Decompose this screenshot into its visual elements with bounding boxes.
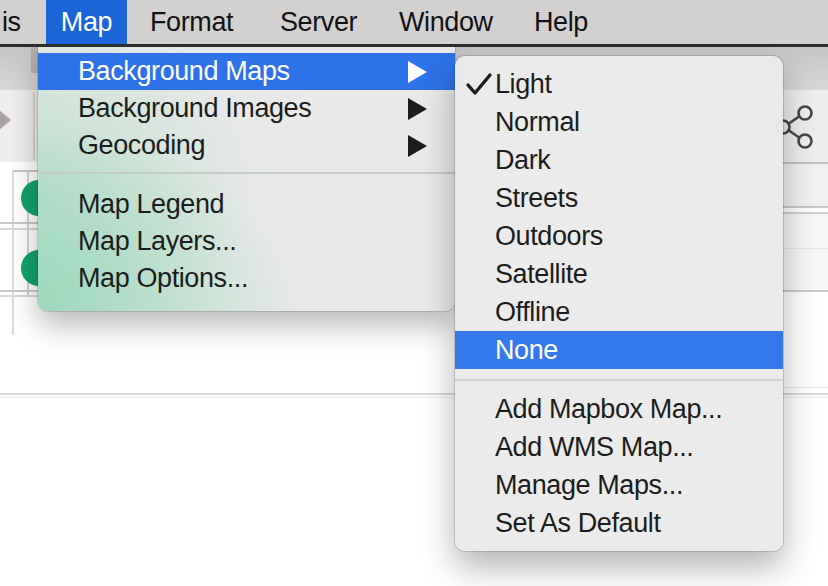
worksheet-row	[783, 214, 828, 290]
submenu-item-label: Offline	[495, 297, 570, 327]
submenu-item-add-wms-map[interactable]: Add WMS Map...	[455, 428, 783, 466]
grid-line	[0, 222, 38, 224]
screen: is Map Format Server Window Help Backgro…	[0, 0, 828, 586]
submenu-item-label: Satellite	[495, 259, 587, 289]
menubar-item-format[interactable]: Format	[150, 0, 233, 44]
grid-line	[783, 290, 828, 292]
menu-item-background-images[interactable]: Background Images	[38, 90, 455, 127]
worksheet-row	[783, 164, 828, 206]
menu-item-label: Map Options...	[78, 263, 248, 293]
submenu-separator	[455, 379, 783, 381]
menu-item-background-maps[interactable]: Background Maps	[38, 53, 455, 90]
menubar-item-help[interactable]: Help	[534, 0, 588, 44]
submenu-item-label: Outdoors	[495, 221, 603, 251]
submenu-item-streets[interactable]: Streets	[455, 179, 783, 217]
menubar-bottom-border	[0, 44, 828, 47]
grid-line	[12, 170, 14, 335]
menu-item-label: Map Legend	[78, 189, 224, 219]
menu-item-label: Background Images	[78, 93, 311, 123]
menu-item-label: Background Maps	[78, 56, 290, 86]
submenu-item-label: Manage Maps...	[495, 470, 683, 500]
submenu-item-light[interactable]: Light	[455, 65, 783, 103]
menubar-item-server[interactable]: Server	[280, 0, 357, 44]
grid-line	[783, 387, 828, 388]
menu-separator	[38, 172, 455, 174]
grid-line	[0, 295, 38, 297]
menubar: is Map Format Server Window Help	[0, 0, 828, 44]
submenu-arrow-icon	[408, 98, 427, 120]
grid-line	[0, 290, 38, 292]
submenu-item-label: Add WMS Map...	[495, 432, 693, 462]
checkmark-icon	[464, 71, 494, 99]
menu-item-map-legend[interactable]: Map Legend	[38, 186, 455, 223]
submenu-item-normal[interactable]: Normal	[455, 103, 783, 141]
submenu-item-label: Set As Default	[495, 508, 661, 538]
submenu-item-set-as-default[interactable]: Set As Default	[455, 504, 783, 542]
submenu-arrow-icon	[408, 61, 427, 83]
menu-item-label: Map Layers...	[78, 226, 236, 256]
submenu-item-none[interactable]: None	[455, 331, 783, 369]
submenu-item-label: Light	[495, 69, 552, 99]
submenu-item-label: None	[495, 335, 558, 365]
menu-item-geocoding[interactable]: Geocoding	[38, 127, 455, 164]
menu-item-map-layers[interactable]: Map Layers...	[38, 223, 455, 260]
submenu-item-satellite[interactable]: Satellite	[455, 255, 783, 293]
submenu-item-label: Normal	[495, 107, 580, 137]
submenu-item-manage-maps[interactable]: Manage Maps...	[455, 466, 783, 504]
map-menu: Background Maps Background Images Geocod…	[38, 47, 455, 311]
submenu-item-dark[interactable]: Dark	[455, 141, 783, 179]
menubar-item-partial[interactable]: is	[2, 0, 21, 44]
submenu-item-add-mapbox-map[interactable]: Add Mapbox Map...	[455, 390, 783, 428]
toolbar-icon-fragment	[0, 109, 11, 131]
background-maps-submenu: Light Normal Dark Streets Outdoors Satel…	[455, 56, 783, 551]
menubar-item-window[interactable]: Window	[399, 0, 493, 44]
grid-line	[783, 248, 828, 249]
grid-line	[0, 228, 38, 230]
submenu-item-label: Streets	[495, 183, 578, 213]
menubar-item-map[interactable]: Map	[46, 0, 127, 44]
submenu-arrow-icon	[408, 135, 427, 157]
grid-line	[783, 206, 828, 208]
grid-line	[12, 170, 38, 172]
submenu-item-label: Dark	[495, 145, 550, 175]
toolbar-divider	[33, 92, 35, 160]
submenu-item-label: Add Mapbox Map...	[495, 394, 722, 424]
submenu-item-outdoors[interactable]: Outdoors	[455, 217, 783, 255]
menu-item-label: Geocoding	[78, 130, 205, 160]
menu-item-map-options[interactable]: Map Options...	[38, 260, 455, 297]
submenu-item-offline[interactable]: Offline	[455, 293, 783, 331]
